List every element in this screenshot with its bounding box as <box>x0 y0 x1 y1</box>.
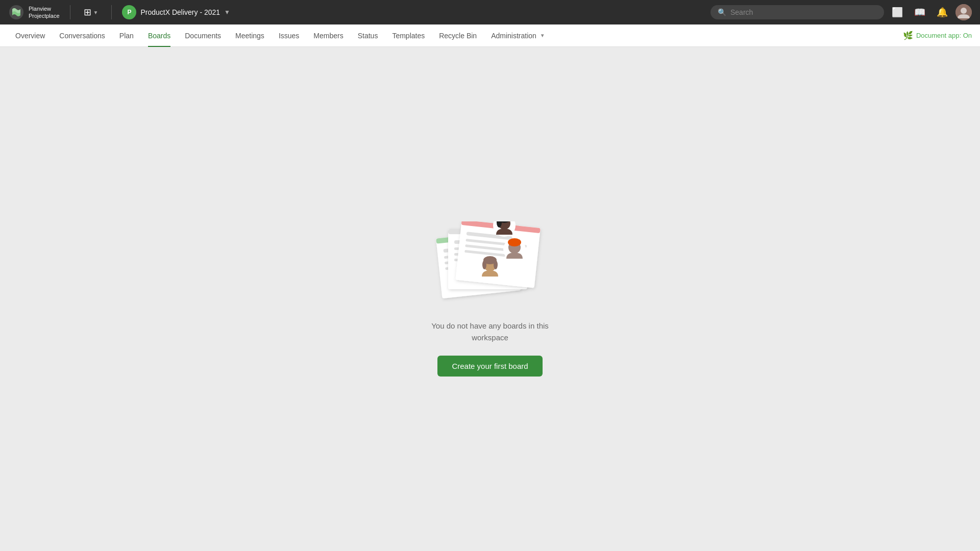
user-avatar[interactable] <box>955 4 972 20</box>
search-icon: 🔍 <box>718 8 726 16</box>
main-content-area: You do not have any boards in this works… <box>0 47 980 551</box>
bookmark-icon: 📖 <box>914 7 925 18</box>
nav-item-templates[interactable]: Templates <box>385 24 432 47</box>
grid-chevron-icon: ▼ <box>93 10 99 15</box>
project-name: ProductX Delivery - 2021 <box>140 8 220 16</box>
project-chevron-icon: ▼ <box>224 9 230 16</box>
project-selector[interactable]: P ProductX Delivery - 2021 ▼ <box>122 5 230 19</box>
nav-label-plan: Plan <box>119 32 134 40</box>
nav-label-recycle-bin: Recycle Bin <box>439 32 477 40</box>
notifications-button[interactable]: 🔔 <box>933 3 951 21</box>
nav-label-templates: Templates <box>392 32 425 40</box>
svg-point-32 <box>494 260 498 269</box>
nav-label-meetings: Meetings <box>235 32 264 40</box>
planview-logo-icon <box>8 4 24 20</box>
nav-label-conversations: Conversations <box>59 32 105 40</box>
nav-item-meetings[interactable]: Meetings <box>228 24 272 47</box>
nav-label-overview: Overview <box>15 32 45 40</box>
nav-item-administration[interactable]: Administration ▼ <box>484 24 552 47</box>
document-app-icon: 🌿 <box>903 31 913 40</box>
nav-item-members[interactable]: Members <box>306 24 350 47</box>
empty-state-text: You do not have any boards in this works… <box>431 320 549 343</box>
project-avatar: P <box>122 5 136 19</box>
create-first-board-button[interactable]: Create your first board <box>437 356 542 377</box>
logo-text: Planview Projectplace <box>29 5 60 20</box>
nav-item-issues[interactable]: Issues <box>272 24 306 47</box>
bell-icon: 🔔 <box>937 7 948 18</box>
search-box[interactable]: 🔍 <box>710 5 884 19</box>
nav-item-conversations[interactable]: Conversations <box>52 24 112 47</box>
nav-item-plan[interactable]: Plan <box>112 24 141 47</box>
screen-share-button[interactable]: ⬜ <box>888 3 906 21</box>
logo[interactable]: Planview Projectplace <box>8 4 60 20</box>
document-app-status: 🌿 Document app: On <box>903 31 972 40</box>
boards-illustration <box>434 221 546 308</box>
nav-divider-2 <box>111 5 112 19</box>
secondary-navigation: Overview Conversations Plan Boards Docum… <box>0 24 980 47</box>
nav-label-members: Members <box>313 32 343 40</box>
search-input[interactable] <box>730 8 873 16</box>
nav-label-documents: Documents <box>185 32 221 40</box>
empty-state: You do not have any boards in this works… <box>431 221 549 377</box>
boards-illustration-svg <box>434 221 546 308</box>
nav-divider <box>70 5 70 19</box>
nav-item-overview[interactable]: Overview <box>8 24 52 47</box>
screen-share-icon: ⬜ <box>892 7 903 18</box>
nav-label-administration: Administration <box>491 32 536 40</box>
nav-label-status: Status <box>358 32 378 40</box>
svg-point-2 <box>961 8 967 14</box>
top-bar-right-section: 🔍 ⬜ 📖 🔔 <box>710 3 972 21</box>
nav-label-boards: Boards <box>148 32 170 40</box>
bookmarks-button[interactable]: 📖 <box>911 3 929 21</box>
nav-item-documents[interactable]: Documents <box>178 24 228 47</box>
grid-icon: ⊞ <box>84 7 91 18</box>
svg-point-31 <box>482 260 486 269</box>
empty-state-message-line1: You do not have any boards in this <box>431 321 549 330</box>
nav-item-status[interactable]: Status <box>351 24 385 47</box>
app-grid-button[interactable]: ⊞ ▼ <box>81 5 102 20</box>
nav-label-issues: Issues <box>279 32 299 40</box>
nav-item-recycle-bin[interactable]: Recycle Bin <box>432 24 484 47</box>
user-avatar-image <box>955 4 972 20</box>
document-app-label: Document app: On <box>916 32 972 39</box>
nav-item-boards[interactable]: Boards <box>141 24 178 47</box>
svg-point-27 <box>508 238 521 246</box>
top-navigation-bar: Planview Projectplace ⊞ ▼ P ProductX Del… <box>0 0 980 24</box>
nav-admin-chevron-icon: ▼ <box>540 33 545 38</box>
empty-state-message-line2: workspace <box>472 333 508 342</box>
